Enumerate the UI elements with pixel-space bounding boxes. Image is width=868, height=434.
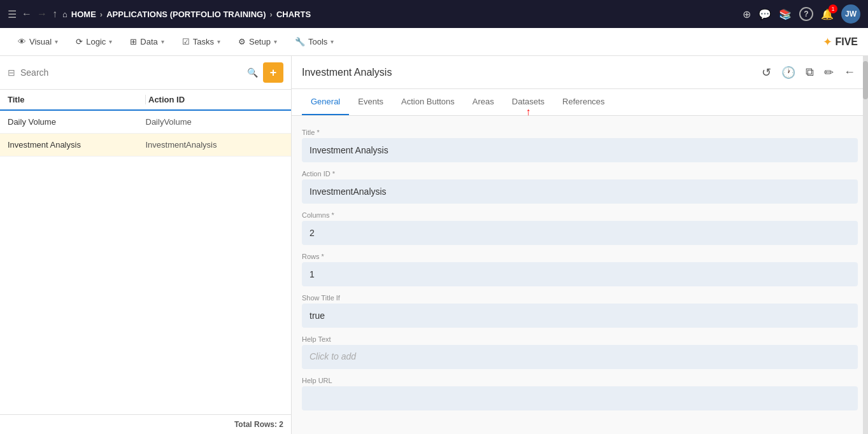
hamburger-icon[interactable] [8, 8, 17, 20]
breadcrumb-charts[interactable]: CHARTS [276, 10, 311, 19]
right-panel-wrapper: Investment Analysis ↺ 🕐 ⧉ ✏ ← General Ev… [292, 56, 868, 434]
setup-caret: ▾ [274, 38, 277, 45]
nav-tools[interactable]: 🔧 Tools ▾ [287, 33, 341, 50]
add-button[interactable]: + [263, 62, 283, 83]
field-title-label: Title * [302, 129, 858, 136]
col-divider [145, 95, 146, 104]
help-icon[interactable]: ? [799, 7, 813, 21]
visual-icon: 👁 [18, 37, 26, 46]
table-header: Title Action ID [0, 90, 291, 111]
field-title: Title * [302, 129, 858, 162]
panel-actions: ↺ 🕐 ⧉ ✏ ← [759, 63, 858, 82]
row-title-0: Daily Volume [8, 117, 146, 127]
tab-events-label: Events [358, 97, 383, 106]
field-rows-input[interactable] [302, 262, 858, 286]
tab-action-buttons[interactable]: Action Buttons [392, 89, 464, 115]
table-footer: Total Rows: 2 [0, 414, 291, 434]
setup-icon: ⚙ [238, 37, 246, 46]
tab-general[interactable]: General [302, 89, 349, 115]
data-caret: ▾ [161, 38, 164, 45]
field-action-id-input[interactable] [302, 179, 858, 204]
nav-tasks-label: Tasks [193, 37, 214, 46]
chat-icon[interactable]: 💬 [758, 8, 771, 20]
field-help-text-input[interactable]: Click to add [302, 345, 858, 369]
field-help-url: Help URL [302, 377, 858, 410]
nav-visual[interactable]: 👁 Visual ▾ [10, 33, 66, 50]
nav-data[interactable]: ⊞ Data ▾ [122, 33, 171, 50]
tab-references[interactable]: References [553, 89, 613, 115]
left-panel: ⊟ 🔍 + Title Action ID Daily Volume Daily… [0, 56, 292, 434]
second-nav: 👁 Visual ▾ ⟳ Logic ▾ ⊞ Data ▾ ☑ Tasks ▾ … [0, 28, 868, 56]
scrollbar[interactable] [863, 56, 868, 434]
edit-button[interactable]: ✏ [822, 63, 836, 82]
notification-badge: 1 [829, 4, 837, 13]
field-rows: Rows * [302, 253, 858, 286]
table-row[interactable]: Investment Analysis InvestmentAnalysis [0, 134, 291, 157]
tab-references-label: References [562, 97, 604, 106]
nav-visual-label: Visual [29, 37, 52, 46]
top-nav-right: ⊕ 💬 📚 ? 🔔 1 JW [743, 4, 860, 24]
panel-header: Investment Analysis ↺ 🕐 ⧉ ✏ ← [292, 56, 868, 89]
tools-icon: 🔧 [295, 37, 305, 46]
filter-icon: ⊟ [8, 67, 15, 78]
back-icon[interactable] [22, 8, 32, 20]
tasks-caret: ▾ [217, 38, 220, 45]
nav-logic[interactable]: ⟳ Logic ▾ [68, 33, 120, 50]
row-id-1: InvestmentAnalysis [146, 140, 284, 150]
row-title-1: Investment Analysis [8, 140, 146, 150]
tab-datasets-label: Datasets [512, 97, 544, 106]
visual-caret: ▾ [55, 38, 58, 45]
tab-events[interactable]: Events [349, 89, 392, 115]
tab-areas[interactable]: Areas [464, 89, 503, 115]
nav-logic-label: Logic [86, 37, 106, 46]
back-button[interactable]: ← [841, 63, 858, 81]
breadcrumb: ⌂ HOME › APPLICATIONS (PORTFOLIO TRAININ… [62, 10, 737, 19]
nav-setup-label: Setup [249, 37, 271, 46]
panel-title: Investment Analysis [302, 58, 392, 87]
up-icon[interactable] [52, 8, 57, 20]
support-icon[interactable]: ⊕ [743, 8, 751, 20]
books-icon[interactable]: 📚 [779, 8, 792, 20]
right-panel: Investment Analysis ↺ 🕐 ⧉ ✏ ← General Ev… [292, 56, 868, 434]
five-logo-text: FIVE [835, 36, 858, 48]
field-help-url-input[interactable] [302, 386, 858, 410]
table-row[interactable]: Daily Volume DailyVolume [0, 111, 291, 134]
field-columns-input[interactable] [302, 221, 858, 245]
col-title-header: Title [8, 95, 143, 104]
nav-setup[interactable]: ⚙ Setup ▾ [231, 33, 285, 50]
breadcrumb-home[interactable]: HOME [71, 10, 96, 19]
field-help-text: Help Text Click to add [302, 335, 858, 369]
breadcrumb-sep-1: › [100, 10, 103, 19]
notification-icon[interactable]: 🔔 1 [821, 8, 834, 20]
scrollbar-thumb[interactable] [863, 61, 868, 99]
copy-button[interactable]: ⧉ [803, 63, 816, 81]
breadcrumb-app[interactable]: APPLICATIONS (PORTFOLIO TRAINING) [106, 10, 266, 19]
main-layout: ⊟ 🔍 + Title Action ID Daily Volume Daily… [0, 56, 868, 434]
avatar[interactable]: JW [841, 4, 860, 24]
nav-data-label: Data [140, 37, 157, 46]
row-id-0: DailyVolume [146, 117, 284, 127]
logic-icon: ⟳ [76, 37, 83, 46]
search-bar: ⊟ 🔍 + [0, 56, 291, 90]
search-input[interactable] [20, 67, 242, 78]
field-show-title-if-input[interactable] [302, 304, 858, 328]
tab-general-label: General [311, 97, 340, 106]
field-columns-label: Columns * [302, 211, 858, 219]
nav-tasks[interactable]: ☑ Tasks ▾ [174, 33, 228, 50]
tab-datasets[interactable]: Datasets ↑ [503, 89, 553, 115]
nav-tools-label: Tools [308, 37, 327, 46]
field-title-input[interactable] [302, 138, 858, 162]
search-icon[interactable]: 🔍 [247, 67, 258, 78]
refresh-button[interactable]: ↺ [759, 63, 774, 82]
field-help-text-label: Help Text [302, 335, 858, 343]
field-help-url-label: Help URL [302, 377, 858, 384]
breadcrumb-sep-2: › [270, 10, 273, 19]
data-icon: ⊞ [130, 37, 137, 46]
history-button[interactable]: 🕐 [779, 63, 798, 82]
field-action-id: Action ID * [302, 170, 858, 204]
tabs: General Events Action Buttons Areas Data… [292, 89, 868, 116]
forward-icon[interactable]: → [37, 8, 47, 20]
home-icon: ⌂ [62, 10, 68, 19]
second-nav-left: 👁 Visual ▾ ⟳ Logic ▾ ⊞ Data ▾ ☑ Tasks ▾ … [10, 33, 341, 50]
top-nav: → ⌂ HOME › APPLICATIONS (PORTFOLIO TRAIN… [0, 0, 868, 28]
